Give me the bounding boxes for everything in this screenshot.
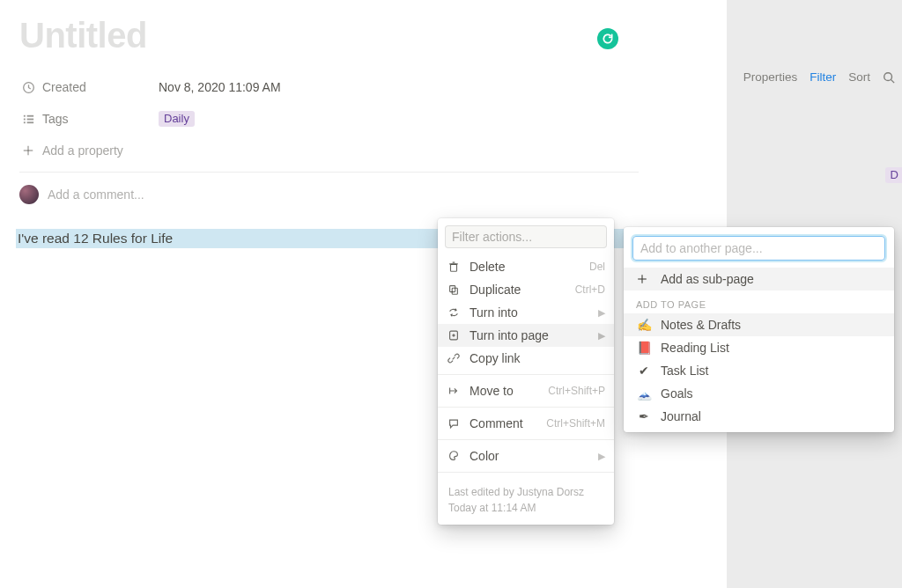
shortcut-label: Del xyxy=(589,261,605,273)
shortcut-label: Ctrl+Shift+M xyxy=(546,417,605,430)
plus-icon xyxy=(636,273,652,285)
page-emoji-icon: ✍️ xyxy=(636,318,652,332)
page-emoji-icon: 🗻 xyxy=(636,386,652,401)
menu-footer: Last edited by Justyna Dorsz Today at 11… xyxy=(438,477,614,525)
avatar xyxy=(19,185,39,204)
menu-separator xyxy=(438,439,614,440)
chevron-right-icon: ▶ xyxy=(598,451,605,462)
submenu-item-label: Task List xyxy=(661,364,708,378)
tag-preview-right: D xyxy=(885,167,902,183)
submenu-page-item[interactable]: ✔ Task List xyxy=(624,359,894,382)
menu-item-move-to[interactable]: Move to Ctrl+Shift+P xyxy=(438,379,614,402)
duplicate-icon xyxy=(447,283,461,296)
turn-into-icon xyxy=(447,306,461,319)
chevron-right-icon: ▶ xyxy=(598,307,605,319)
submenu-item-label: Add as sub-page xyxy=(661,272,754,286)
property-row-created[interactable]: Created Nov 8, 2020 11:09 AM xyxy=(19,71,639,103)
page-panel: Untitled Created Nov 8, 2020 11:09 AM Ta… xyxy=(0,0,727,588)
submenu-page-item[interactable]: ✍️ Notes & Drafts xyxy=(624,313,894,336)
list-icon xyxy=(19,113,37,126)
properties-button[interactable]: Properties xyxy=(743,70,798,84)
shortcut-label: Ctrl+D xyxy=(575,283,605,296)
grammarly-icon[interactable] xyxy=(597,28,618,49)
turn-into-page-icon xyxy=(447,329,461,342)
menu-item-label: Move to xyxy=(469,384,514,398)
page-emoji-icon: ✒ xyxy=(636,409,652,423)
menu-item-label: Comment xyxy=(469,416,523,430)
menu-item-comment[interactable]: Comment Ctrl+Shift+M xyxy=(438,412,614,435)
menu-item-duplicate[interactable]: Duplicate Ctrl+D xyxy=(438,278,614,301)
link-icon xyxy=(447,352,461,364)
color-icon xyxy=(447,450,461,462)
svg-point-0 xyxy=(884,72,892,80)
menu-item-label: Turn into xyxy=(469,305,518,320)
menu-item-label: Delete xyxy=(469,260,505,274)
svg-rect-11 xyxy=(451,264,457,271)
submenu-item-label: Reading List xyxy=(661,341,729,355)
property-label-tags: Tags xyxy=(42,112,159,126)
menu-item-turn-into-page[interactable]: Turn into page ▶ xyxy=(438,324,614,347)
submenu-item-add-subpage[interactable]: Add as sub-page xyxy=(624,268,894,290)
chevron-right-icon: ▶ xyxy=(598,330,605,342)
add-comment-placeholder: Add a comment... xyxy=(48,187,144,202)
filter-actions-input[interactable]: Filter actions... xyxy=(445,225,607,248)
svg-rect-6 xyxy=(26,118,33,120)
menu-item-delete[interactable]: Delete Del xyxy=(438,255,614,278)
menu-item-turn-into[interactable]: Turn into ▶ xyxy=(438,301,614,324)
submenu-item-label: Goals xyxy=(661,386,693,401)
trash-icon xyxy=(447,261,461,273)
submenu-item-label: Journal xyxy=(661,409,701,423)
page-emoji-icon: 📕 xyxy=(636,341,652,355)
search-icon[interactable] xyxy=(883,71,895,84)
menu-item-label: Turn into page xyxy=(469,328,549,342)
turn-into-page-submenu: Add as sub-page ADD TO PAGE ✍️ Notes & D… xyxy=(624,227,894,432)
submenu-page-item[interactable]: 📕 Reading List xyxy=(624,336,894,359)
svg-rect-5 xyxy=(23,118,25,120)
context-menu: Filter actions... Delete Del Duplicate C… xyxy=(438,218,614,525)
property-label-created: Created xyxy=(42,80,159,94)
menu-item-label: Duplicate xyxy=(469,283,521,297)
svg-rect-4 xyxy=(26,114,33,116)
add-property-label: Add a property xyxy=(42,143,123,158)
submenu-section-label: ADD TO PAGE xyxy=(624,290,894,313)
svg-rect-8 xyxy=(26,121,33,123)
svg-rect-7 xyxy=(23,121,25,123)
menu-item-label: Color xyxy=(469,449,499,463)
add-property-button[interactable]: Add a property xyxy=(19,135,639,166)
shortcut-label: Ctrl+Shift+P xyxy=(548,385,605,397)
sort-button[interactable]: Sort xyxy=(848,70,870,84)
svg-line-1 xyxy=(891,79,895,83)
svg-rect-3 xyxy=(23,114,25,116)
plus-icon xyxy=(19,144,37,157)
menu-separator xyxy=(438,407,614,408)
menu-separator xyxy=(438,472,614,473)
page-emoji-icon: ✔ xyxy=(636,364,652,378)
property-row-tags[interactable]: Tags Daily xyxy=(19,103,639,135)
property-value-created[interactable]: Nov 8, 2020 11:09 AM xyxy=(159,80,281,94)
menu-item-copy-link[interactable]: Copy link xyxy=(438,347,614,370)
view-toolbar: Properties Filter Sort xyxy=(743,70,895,84)
filter-button[interactable]: Filter xyxy=(810,70,836,84)
menu-item-color[interactable]: Color ▶ xyxy=(438,445,614,467)
menu-item-label: Copy link xyxy=(469,351,521,365)
divider xyxy=(19,172,639,173)
submenu-item-label: Notes & Drafts xyxy=(661,318,741,332)
page-title[interactable]: Untitled xyxy=(19,16,639,55)
tag-pill-daily[interactable]: Daily xyxy=(159,111,195,127)
footer-line-1: Last edited by Justyna Dorsz xyxy=(448,484,603,500)
submenu-page-item[interactable]: 🗻 Goals xyxy=(624,382,894,405)
move-to-icon xyxy=(447,385,461,397)
submenu-page-item[interactable]: ✒ Journal xyxy=(624,405,894,432)
comment-icon xyxy=(447,417,461,430)
clock-icon xyxy=(19,81,37,94)
menu-separator xyxy=(438,374,614,375)
footer-line-2: Today at 11:14 AM xyxy=(448,500,603,516)
add-to-page-search-input[interactable] xyxy=(632,236,885,261)
